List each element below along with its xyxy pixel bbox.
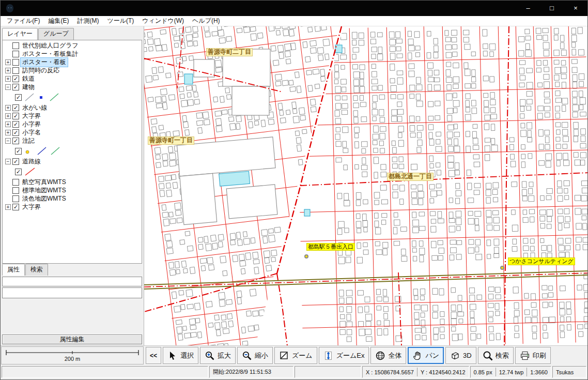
layer-row[interactable]: ✓: [3, 145, 142, 157]
layer-checkbox[interactable]: ✓: [12, 104, 19, 111]
layer-label[interactable]: 大字界: [21, 203, 42, 211]
toolbar-button-zoom-window[interactable]: ズーム: [274, 347, 317, 364]
layer-label[interactable]: ポスター・看板集計: [21, 50, 80, 58]
layer-checkbox[interactable]: [12, 59, 19, 66]
attribute-field-1[interactable]: [2, 277, 142, 286]
menu-file[interactable]: ファイル(F): [3, 16, 44, 26]
expander-icon[interactable]: +: [5, 204, 11, 210]
menu-tools[interactable]: ツール(T): [103, 16, 138, 26]
layer-checkbox[interactable]: ✓: [12, 84, 19, 90]
toolbar-button-zoom-ex[interactable]: ズームEx: [319, 347, 369, 364]
status-x: X : 15086784.5657: [366, 369, 414, 375]
road-legend: [23, 166, 64, 177]
layer-row[interactable]: + ✓ 大字界: [3, 112, 142, 120]
tab-groups[interactable]: グループ: [38, 28, 74, 40]
maximize-button[interactable]: □: [540, 1, 564, 16]
layer-checkbox[interactable]: [12, 187, 19, 194]
layer-checkbox[interactable]: [12, 67, 19, 74]
app-logo-icon: [5, 3, 15, 13]
layer-checkbox[interactable]: ✓: [12, 75, 19, 82]
layer-row[interactable]: ✓: [3, 165, 142, 178]
expander-icon[interactable]: +: [5, 105, 11, 111]
attribute-field-2[interactable]: [2, 287, 142, 298]
layer-label[interactable]: 世代別総人口グラフ: [21, 41, 80, 50]
layer-checkbox[interactable]: ✓: [15, 148, 22, 155]
menu-measure[interactable]: 計測(M): [73, 16, 103, 26]
toolbar-button-search[interactable]: 検索: [478, 347, 514, 364]
layer-tree: 世代別総人口グラフ ポスター・看板集計 + ポスター・看板 + 訪問時の反応 +…: [2, 40, 142, 264]
expander-icon[interactable]: −: [5, 159, 11, 164]
expander-icon[interactable]: +: [5, 113, 11, 119]
layer-checkbox[interactable]: [12, 51, 19, 57]
layer-row[interactable]: + ✓ 鉄道: [3, 74, 142, 83]
menu-window[interactable]: ウィンドウ(W): [138, 16, 188, 26]
layer-label[interactable]: 鉄道: [21, 74, 36, 83]
layer-label[interactable]: ポスター・看板: [21, 58, 68, 67]
layer-row[interactable]: ✓: [3, 91, 142, 103]
layer-checkbox[interactable]: ✓: [12, 138, 19, 144]
expander-icon[interactable]: +: [5, 130, 11, 135]
layer-label[interactable]: 建物: [21, 83, 36, 92]
menu-edit[interactable]: 編集(E): [44, 16, 73, 26]
layer-row[interactable]: 淡色地図WMTS: [3, 194, 142, 203]
layer-label[interactable]: 標準地図WMTS: [21, 186, 68, 195]
toolbar-button-print[interactable]: 印刷: [515, 347, 551, 364]
layer-row[interactable]: 世代別総人口グラフ: [3, 41, 142, 50]
layer-label[interactable]: 水がい線: [21, 103, 49, 112]
layer-row[interactable]: + ポスター・看板: [3, 58, 142, 66]
layer-checkbox[interactable]: [12, 42, 19, 49]
layer-row[interactable]: 航空写真WMTS: [3, 178, 142, 186]
layer-checkbox[interactable]: [12, 195, 19, 202]
expander-icon[interactable]: −: [5, 138, 11, 144]
toolbar-button-label: ズーム: [292, 351, 313, 360]
layer-checkbox[interactable]: ✓: [15, 94, 22, 101]
map-viewport[interactable]: 善源寺町二丁目善源寺町一丁目都島北通一丁目都島駅５番出入口つかさコンサルティング: [144, 26, 587, 345]
toolbar-button-pan[interactable]: パン: [408, 347, 444, 364]
layer-label[interactable]: 訪問時の反応: [21, 66, 61, 75]
layer-checkbox[interactable]: ✓: [12, 204, 19, 210]
layer-row[interactable]: + ✓ 小字名: [3, 128, 142, 136]
layer-row[interactable]: ポスター・看板集計: [3, 50, 142, 58]
layer-checkbox[interactable]: ✓: [15, 169, 22, 175]
expander-icon[interactable]: +: [5, 68, 11, 73]
layer-label[interactable]: 小字名: [21, 128, 42, 137]
menu-help[interactable]: ヘルプ(H): [188, 16, 224, 26]
layer-row[interactable]: − ✓ 道路線: [3, 157, 142, 165]
toolbar-button-select[interactable]: 選択: [163, 347, 198, 364]
layer-checkbox[interactable]: [12, 179, 19, 186]
expander-icon[interactable]: +: [5, 76, 11, 82]
tab-attributes[interactable]: 属性: [2, 264, 25, 276]
layer-label[interactable]: 航空写真WMTS: [21, 178, 68, 187]
poi-marker: [304, 254, 308, 259]
layer-label[interactable]: 淡色地図WMTS: [21, 194, 68, 203]
layer-label[interactable]: 道路線: [21, 157, 42, 166]
expander-icon[interactable]: +: [5, 121, 11, 127]
collapse-toolbar-button[interactable]: <<: [146, 347, 161, 364]
layer-checkbox[interactable]: ✓: [12, 113, 19, 119]
layer-row[interactable]: − ✓ 注記: [3, 136, 142, 145]
app-window: – □ × ファイル(F)編集(E)計測(M)ツール(T)ウィンドウ(W)ヘルプ…: [0, 0, 588, 380]
layer-checkbox[interactable]: ✓: [12, 129, 19, 136]
toolbar-button-zoom-out[interactable]: 縮小: [237, 347, 273, 364]
expander-icon[interactable]: −: [5, 84, 11, 90]
layer-checkbox[interactable]: ✓: [12, 158, 19, 165]
attribute-edit-button[interactable]: 属性編集: [2, 335, 142, 344]
layer-label[interactable]: 大字界: [21, 112, 42, 120]
layer-checkbox[interactable]: ✓: [12, 121, 19, 128]
toolbar-button-zoom-in[interactable]: 拡大: [200, 347, 236, 364]
layer-row[interactable]: − ✓ 建物: [3, 83, 142, 91]
layer-row[interactable]: + ✓ 小字界: [3, 120, 142, 128]
layer-row[interactable]: + 訪問時の反応: [3, 66, 142, 74]
tab-layers[interactable]: レイヤー: [2, 28, 38, 40]
layer-row[interactable]: + ✓ 水がい線: [3, 103, 142, 112]
minimize-button[interactable]: –: [516, 1, 540, 16]
expander-icon[interactable]: +: [5, 59, 11, 65]
tab-search[interactable]: 検索: [25, 264, 48, 276]
close-button[interactable]: ×: [564, 1, 587, 16]
toolbar-button-3d[interactable]: 3D: [445, 347, 476, 364]
toolbar-button-full-extent[interactable]: 全体: [370, 347, 406, 364]
layer-row[interactable]: + ✓ 大字界: [3, 203, 142, 211]
layer-label[interactable]: 小字界: [21, 120, 42, 129]
layer-row[interactable]: 標準地図WMTS: [3, 186, 142, 194]
layer-label[interactable]: 注記: [21, 136, 36, 145]
